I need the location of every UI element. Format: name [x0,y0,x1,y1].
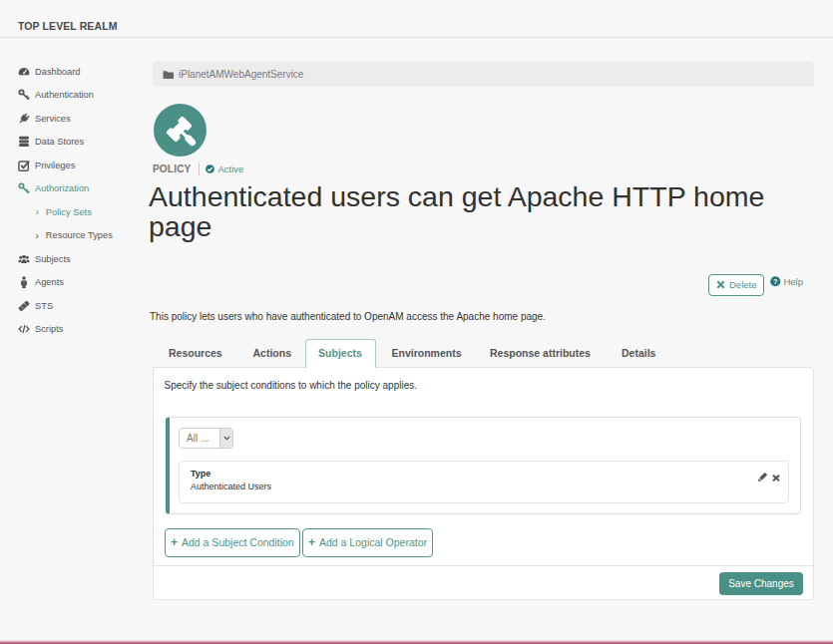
svg-text:?: ? [773,277,778,286]
